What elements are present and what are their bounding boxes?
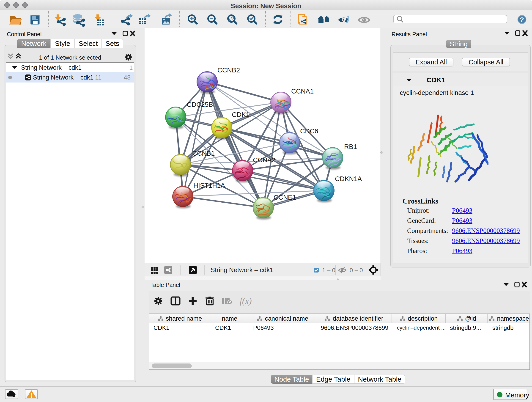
svg-text:CCNB2: CCNB2 <box>217 66 240 74</box>
svg-text:CDC6: CDC6 <box>300 128 318 135</box>
svg-text:HIST1H1A: HIST1H1A <box>193 182 225 189</box>
svg-text:CCNA2: CCNA2 <box>253 156 275 164</box>
svg-text:CCNA1: CCNA1 <box>291 88 314 95</box>
svg-text:?: ? <box>520 16 524 23</box>
svg-text:CDKN1A: CDKN1A <box>335 175 362 182</box>
svg-text:f(x): f(x) <box>240 296 252 306</box>
svg-text:CCNE1: CCNE1 <box>273 194 296 201</box>
svg-text:CDC25B: CDC25B <box>187 101 213 108</box>
svg-text:CCNB1: CCNB1 <box>192 150 215 157</box>
svg-text:CDK1: CDK1 <box>232 111 249 118</box>
svg-text:RB1: RB1 <box>344 143 357 150</box>
